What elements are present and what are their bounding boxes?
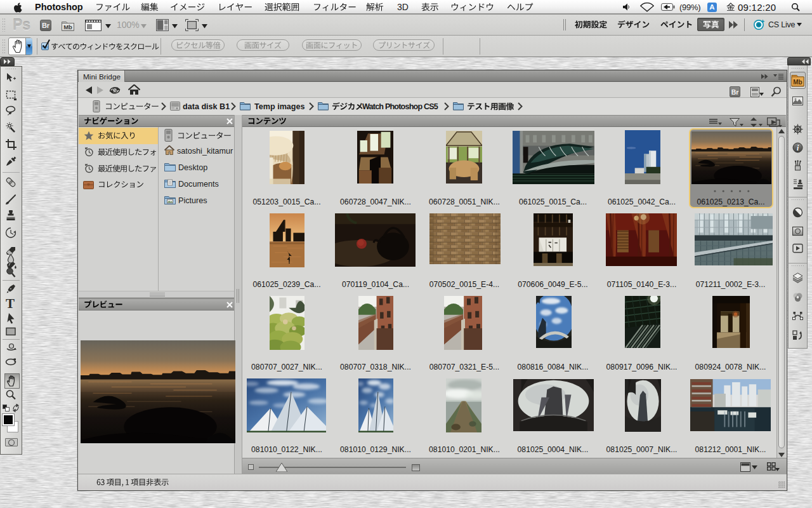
- svg-text:Mb: Mb: [63, 23, 72, 30]
- svg-text:Mb: Mb: [793, 79, 802, 86]
